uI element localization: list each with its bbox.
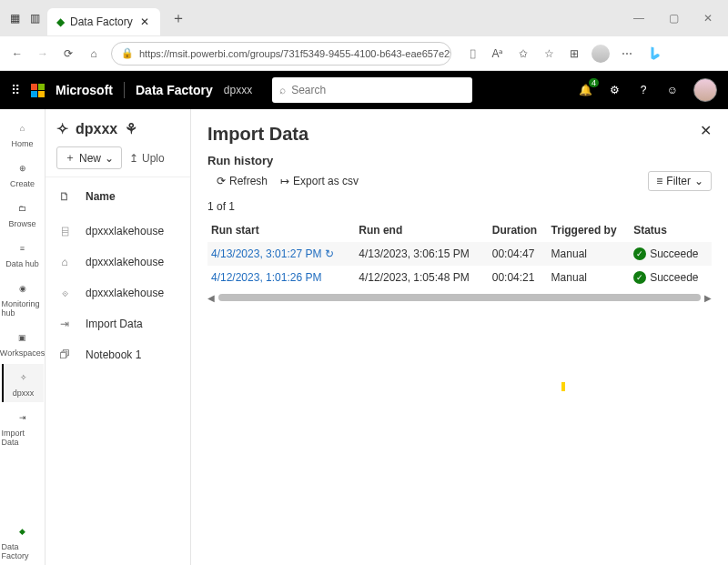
notifications-icon[interactable]: 🔔4 xyxy=(577,82,593,98)
profile-avatar-icon[interactable] xyxy=(592,45,610,63)
rail-dpxxx[interactable]: ✧dpxxx xyxy=(2,364,44,402)
rail-data-factory[interactable]: ◆Data Factory xyxy=(2,518,44,565)
back-icon[interactable]: ← xyxy=(9,45,25,62)
microsoft-logo-icon xyxy=(31,84,45,97)
rail-create[interactable]: ⊕Create xyxy=(2,155,44,193)
rail-import-data[interactable]: ⇥Import Data xyxy=(2,404,44,451)
rail-browse[interactable]: 🗀Browse xyxy=(2,195,44,233)
tab-close-icon[interactable]: ✕ xyxy=(138,15,151,28)
list-item[interactable]: ⟐dpxxxlakehouse xyxy=(46,277,190,308)
rail-label: dpxxx xyxy=(13,388,35,398)
bing-icon[interactable] xyxy=(644,43,666,65)
col-run-end[interactable]: Run end xyxy=(355,218,488,242)
export-icon: ↦ xyxy=(280,175,289,187)
new-tab-button[interactable]: ＋ xyxy=(166,9,186,28)
data-factory-icon: ◆ xyxy=(14,522,32,540)
browser-tab[interactable]: ◆ Data Factory ✕ xyxy=(47,8,160,35)
search-placeholder: Search xyxy=(291,84,326,96)
run-start-link[interactable]: 4/12/2023, 1:01:26 PM xyxy=(211,271,351,284)
search-icon: ⌕ xyxy=(279,84,286,96)
col-status[interactable]: Status xyxy=(630,218,712,242)
breadcrumb[interactable]: dpxxx xyxy=(224,84,252,96)
settings-icon[interactable]: ⚙ xyxy=(606,82,622,98)
shopping-icon[interactable]: ⌷ xyxy=(464,45,480,62)
help-icon[interactable]: ? xyxy=(635,82,652,98)
rail-label: Data Factory xyxy=(2,542,44,560)
new-button[interactable]: ＋New⌄ xyxy=(56,146,122,169)
scroll-track[interactable] xyxy=(218,294,701,301)
cell-duration: 00:04:21 xyxy=(489,266,548,289)
status-text: Succeede xyxy=(650,247,698,260)
rail-label: Workspaces xyxy=(0,348,45,358)
window-maximize-icon[interactable]: ▢ xyxy=(661,9,686,27)
success-icon: ✓ xyxy=(633,271,646,284)
favorites-add-icon[interactable]: ✩ xyxy=(515,45,531,62)
browser-tabstrip: ▦ ▥ ◆ Data Factory ✕ ＋ — ▢ ✕ xyxy=(0,0,728,36)
cell-run-end: 4/13/2023, 3:06:15 PM xyxy=(355,242,488,266)
address-bar: ← → ⟳ ⌂ 🔒 https://msit.powerbi.com/group… xyxy=(0,36,728,71)
cell-status: ✓Succeede xyxy=(633,247,708,260)
list-item[interactable]: ⌂dpxxxlakehouse xyxy=(46,247,190,277)
read-aloud-icon[interactable]: Aᵃ xyxy=(490,45,506,62)
name-column[interactable]: Name xyxy=(86,190,116,203)
extensions-icon[interactable]: ⊞ xyxy=(566,45,582,62)
user-avatar-icon[interactable] xyxy=(693,78,717,102)
row-count: 1 of 1 xyxy=(207,200,712,213)
rerun-icon[interactable]: ↻ xyxy=(325,247,334,260)
cell-status: ✓Succeede xyxy=(633,271,708,284)
table-row[interactable]: 4/12/2023, 1:01:26 PM 4/12/2023, 1:05:48… xyxy=(207,266,712,289)
rail-label: Import Data xyxy=(2,429,44,447)
close-panel-icon[interactable]: ✕ xyxy=(700,122,712,139)
app-name[interactable]: Data Factory xyxy=(136,83,213,97)
export-csv-button[interactable]: ↦Export as csv xyxy=(280,175,359,187)
table-row[interactable]: 4/13/2023, 3:01:27 PM↻ 4/13/2023, 3:06:1… xyxy=(207,242,712,266)
file-icon: 🗋 xyxy=(56,188,73,205)
rail-label: Monitoring hub xyxy=(2,299,44,318)
tab-overview-icon[interactable]: ▦ xyxy=(7,11,22,25)
col-run-start[interactable]: Run start xyxy=(207,218,355,242)
list-item[interactable]: ⌸dpxxxlakehouse xyxy=(46,216,190,247)
cell-run-end: 4/12/2023, 1:05:48 PM xyxy=(355,266,488,289)
forward-icon[interactable]: → xyxy=(35,45,51,62)
item-name: Notebook 1 xyxy=(86,348,141,361)
pipeline-icon: ⇥ xyxy=(14,409,32,427)
feedback-icon[interactable]: ☺ xyxy=(664,82,681,98)
cell-text: 4/12/2023, 1:01:26 PM xyxy=(211,271,321,284)
window-close-icon[interactable]: ✕ xyxy=(695,9,721,27)
search-input[interactable]: ⌕ Search xyxy=(272,77,472,103)
home-icon[interactable]: ⌂ xyxy=(86,45,102,62)
refresh-small-icon: ⟳ xyxy=(217,175,226,187)
refresh-button[interactable]: ⟳Refresh xyxy=(217,175,268,187)
col-triggered-by[interactable]: Triggered by xyxy=(548,218,631,242)
list-item[interactable]: ⇥Import Data xyxy=(46,308,190,339)
cell-text: 4/13/2023, 3:01:27 PM xyxy=(211,247,321,260)
more-icon[interactable]: ⋯ xyxy=(619,45,635,62)
scroll-right-icon[interactable]: ▶ xyxy=(704,293,712,303)
horizontal-scrollbar[interactable]: ◀ ▶ xyxy=(207,291,712,304)
tab-collections-icon[interactable]: ▥ xyxy=(27,11,42,25)
workspace-settings-icon[interactable]: ⚘ xyxy=(125,120,137,137)
cell-triggered-by: Manual xyxy=(548,266,631,289)
browse-icon: 🗀 xyxy=(14,199,32,217)
rail-workspaces[interactable]: ▣Workspaces xyxy=(2,324,44,362)
new-label: New xyxy=(79,152,101,165)
upload-button[interactable]: ↥Uplo xyxy=(129,152,165,165)
col-duration[interactable]: Duration xyxy=(489,218,548,242)
run-start-link[interactable]: 4/13/2023, 3:01:27 PM↻ xyxy=(211,247,351,260)
refresh-icon[interactable]: ⟳ xyxy=(60,45,76,62)
list-item[interactable]: 🗇Notebook 1 xyxy=(46,339,190,370)
rail-data-hub[interactable]: ≡Data hub xyxy=(2,235,44,273)
chevron-down-icon: ⌄ xyxy=(694,175,703,187)
notebook-icon: 🗇 xyxy=(56,347,73,363)
filter-button[interactable]: ≡Filter⌄ xyxy=(648,171,712,191)
window-minimize-icon[interactable]: — xyxy=(626,9,652,27)
scroll-left-icon[interactable]: ◀ xyxy=(207,293,215,303)
workspace-panel: ✧ dpxxx ⚘ ＋New⌄ ↥Uplo 🗋 Name ⌸dpxxxlakeh… xyxy=(46,109,191,565)
item-name: dpxxxlakehouse xyxy=(86,225,164,237)
url-input[interactable]: 🔒 https://msit.powerbi.com/groups/731f53… xyxy=(111,42,451,66)
favorites-icon[interactable]: ☆ xyxy=(541,45,557,62)
rail-home[interactable]: ⌂Home xyxy=(2,115,44,153)
rail-monitoring[interactable]: ◉Monitoring hub xyxy=(2,275,44,322)
app-launcher-icon[interactable]: ⠿ xyxy=(11,83,20,97)
workspace-icon: ✧ xyxy=(15,368,33,387)
